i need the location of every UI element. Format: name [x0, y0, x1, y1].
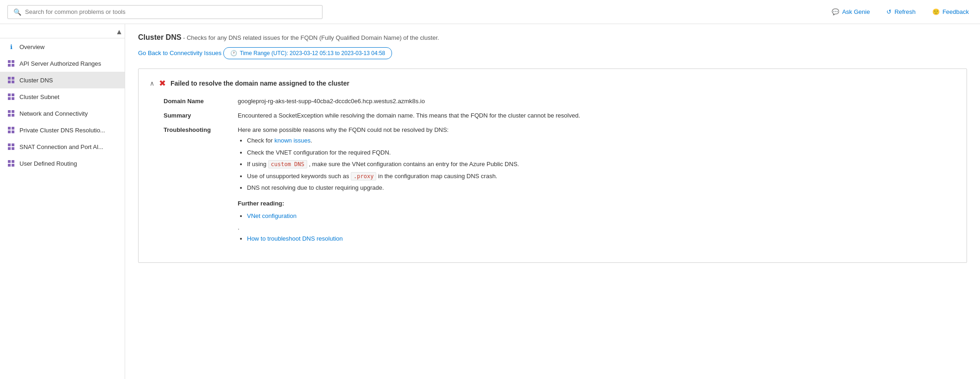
sidebar: ▲ ℹ Overview API Server Authorized Range… — [0, 24, 125, 379]
vnet-config-link[interactable]: VNet configuration — [247, 212, 297, 219]
sidebar-item-api-server[interactable]: API Server Authorized Ranges — [0, 55, 125, 72]
private-cluster-icon — [7, 126, 15, 134]
svg-rect-13 — [12, 110, 14, 113]
list-item: DNS not resolving due to cluster requiri… — [247, 183, 955, 193]
sidebar-collapse-button[interactable]: ▲ — [115, 28, 123, 36]
svg-rect-17 — [12, 127, 14, 130]
domain-name-label: Domain Name — [164, 98, 238, 105]
sidebar-item-network-connectivity-label: Network and Connectivity — [19, 110, 88, 117]
sidebar-item-snat[interactable]: SNAT Connection and Port Al... — [0, 138, 125, 155]
error-title: Failed to resolve the domain name assign… — [171, 80, 349, 87]
refresh-button[interactable]: ↺ Refresh — [883, 6, 919, 17]
svg-rect-19 — [12, 130, 14, 133]
svg-rect-23 — [12, 147, 14, 150]
snat-icon — [7, 143, 15, 150]
known-issues-link[interactable]: known issues — [274, 137, 310, 144]
sidebar-item-cluster-dns-label: Cluster DNS — [19, 77, 53, 84]
domain-name-value: googleproj-rg-aks-test-supp-40cba2-dccdc… — [238, 98, 955, 105]
time-range-text: Time Range (UTC): 2023-03-12 05:13 to 20… — [240, 50, 386, 56]
svg-rect-12 — [8, 110, 11, 113]
cluster-dns-icon — [7, 76, 15, 84]
feedback-label: Feedback — [942, 8, 969, 15]
search-box[interactable]: 🔍 — [7, 5, 322, 19]
ask-genie-button[interactable]: 💬 Ask Genie — [828, 6, 873, 17]
list-item: Check for known issues. — [247, 136, 955, 145]
cluster-subnet-icon — [7, 93, 15, 100]
error-card: ∧ ✖ Failed to resolve the domain name as… — [138, 68, 967, 263]
svg-rect-7 — [12, 81, 14, 83]
svg-rect-22 — [8, 147, 11, 150]
separator: . — [238, 223, 955, 232]
further-reading-label: Further reading: — [238, 200, 955, 207]
summary-row: Summary Encountered a SocketException wh… — [164, 112, 955, 119]
toolbar-actions: 💬 Ask Genie ↺ Refresh 🙂 Feedback — [828, 6, 973, 17]
svg-rect-18 — [8, 130, 11, 133]
network-connectivity-icon — [7, 110, 15, 117]
sidebar-item-private-cluster[interactable]: Private Cluster DNS Resolutio... — [0, 122, 125, 138]
sidebar-item-overview-label: Overview — [19, 43, 44, 50]
sidebar-item-overview[interactable]: ℹ Overview — [0, 38, 125, 55]
sidebar-item-private-cluster-label: Private Cluster DNS Resolutio... — [19, 127, 105, 134]
sidebar-item-cluster-dns[interactable]: Cluster DNS — [0, 72, 125, 88]
main-layout: ▲ ℹ Overview API Server Authorized Range… — [0, 24, 980, 379]
time-range-badge[interactable]: 🕐 Time Range (UTC): 2023-03-12 05:13 to … — [223, 47, 392, 59]
troubleshooting-intro: Here are some possible reasons why the F… — [238, 126, 449, 133]
proxy-code: .proxy — [351, 172, 376, 180]
error-body: Domain Name googleproj-rg-aks-test-supp-… — [150, 98, 955, 246]
svg-rect-20 — [8, 143, 11, 146]
content-area: Cluster DNS - Checks for any DNS related… — [125, 24, 980, 379]
list-item: If using custom DNS , make sure the VNet… — [247, 160, 955, 169]
user-defined-icon — [7, 160, 15, 167]
troubleshooting-value: Here are some possible reasons why the F… — [238, 126, 955, 246]
back-link[interactable]: Go Back to Connectivity Issues — [138, 50, 221, 56]
further-reading-list: VNet configuration . How to troubleshoot… — [238, 211, 955, 243]
troubleshooting-label: Troubleshooting — [164, 126, 238, 246]
summary-label: Summary — [164, 112, 238, 119]
dns-troubleshoot-link[interactable]: How to troubleshoot DNS resolution — [247, 235, 343, 242]
sidebar-item-user-defined[interactable]: User Defined Routing — [0, 155, 125, 172]
svg-rect-2 — [8, 64, 11, 67]
feedback-button[interactable]: 🙂 Feedback — [929, 6, 973, 17]
custom-dns-code: custom DNS — [268, 160, 307, 168]
svg-rect-26 — [8, 164, 11, 167]
refresh-icon: ↺ — [886, 8, 891, 15]
svg-rect-1 — [12, 60, 14, 63]
sidebar-item-cluster-subnet[interactable]: Cluster Subnet — [0, 88, 125, 105]
svg-rect-5 — [12, 77, 14, 80]
page-header: Cluster DNS - Checks for any DNS related… — [138, 33, 967, 42]
api-server-icon — [7, 60, 15, 67]
list-item: How to troubleshoot DNS resolution — [247, 234, 955, 243]
search-input[interactable] — [25, 8, 316, 15]
svg-rect-14 — [8, 114, 11, 117]
svg-rect-4 — [8, 77, 11, 80]
domain-name-row: Domain Name googleproj-rg-aks-test-supp-… — [164, 98, 955, 105]
list-item: Use of unsupported keywords such as .pro… — [247, 172, 955, 181]
troubleshooting-list: Check for known issues. Check the VNET c… — [238, 136, 955, 193]
svg-rect-0 — [8, 60, 11, 63]
troubleshooting-row: Troubleshooting Here are some possible r… — [164, 126, 955, 246]
feedback-icon: 🙂 — [932, 8, 940, 15]
list-item: Check the VNET configuration for the req… — [247, 148, 955, 157]
svg-rect-24 — [8, 160, 11, 163]
collapse-button[interactable]: ∧ — [150, 80, 154, 87]
sidebar-item-api-server-label: API Server Authorized Ranges — [19, 60, 101, 67]
sidebar-item-user-defined-label: User Defined Routing — [19, 160, 77, 167]
svg-rect-9 — [12, 93, 14, 96]
svg-rect-6 — [8, 81, 11, 83]
svg-rect-3 — [12, 64, 14, 67]
sidebar-item-network-connectivity[interactable]: Network and Connectivity — [0, 105, 125, 122]
overview-icon: ℹ — [7, 43, 15, 50]
error-icon: ✖ — [159, 78, 166, 88]
svg-rect-21 — [12, 143, 14, 146]
genie-icon: 💬 — [832, 8, 839, 15]
error-header: ∧ ✖ Failed to resolve the domain name as… — [150, 78, 955, 88]
list-item: VNet configuration — [247, 211, 955, 221]
summary-value: Encountered a SocketException while reso… — [238, 112, 955, 119]
search-icon: 🔍 — [13, 8, 21, 16]
svg-rect-8 — [8, 93, 11, 96]
svg-rect-27 — [12, 164, 14, 167]
sidebar-collapse-area: ▲ — [0, 26, 125, 38]
svg-rect-11 — [12, 97, 14, 100]
page-subtitle: - Checks for any DNS related issues for … — [181, 34, 439, 41]
sidebar-item-snat-label: SNAT Connection and Port Al... — [19, 143, 103, 150]
